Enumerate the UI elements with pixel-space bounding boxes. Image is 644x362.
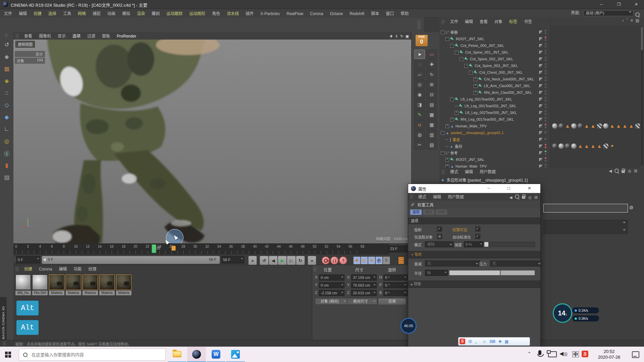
polygon-select-icon[interactable]: ▱: [414, 70, 425, 79]
selected-only-checkbox[interactable]: [437, 234, 442, 239]
visibility-dot-top[interactable]: [545, 37, 546, 38]
material-name[interactable]: Materia: [66, 291, 81, 295]
taskbar-clock[interactable]: 20:52 2020-07-26: [592, 349, 627, 360]
visibility-dot-bottom[interactable]: [545, 73, 546, 74]
tree-expander[interactable]: −: [441, 151, 444, 155]
layer-square[interactable]: [539, 44, 543, 48]
visibility-dot-top[interactable]: [545, 117, 546, 119]
viewport-canvas[interactable]: 透视视图 总计 对象 193 网格间距 : 1000 cm: [13, 40, 411, 243]
start-button[interactable]: [0, 347, 16, 362]
menu-item-RealFlow[interactable]: RealFlow: [283, 10, 307, 18]
materials-grip[interactable]: [15, 267, 19, 272]
tree-item-label[interactable]: Lft_Leg_002Tear000_JNT_SKL: [465, 111, 517, 115]
polygons-mode-icon[interactable]: ◆: [1, 111, 12, 123]
material-tag-icon[interactable]: [558, 143, 564, 149]
goto-end-button[interactable]: »: [308, 256, 316, 265]
menu-item-创建[interactable]: 创建: [30, 10, 45, 18]
soft-selection-icon[interactable]: ◎: [414, 80, 425, 89]
magnet-tool-icon[interactable]: ∪: [414, 120, 425, 129]
tree-item-label[interactable]: Rht_Leg_001Tear000_JNT_SKL: [461, 117, 514, 121]
visibility-dot-top[interactable]: [545, 157, 546, 159]
toolbar-grip[interactable]: [417, 20, 421, 29]
visibility-dot-bottom[interactable]: [545, 39, 546, 41]
tree-row[interactable]: −Cnt_Spine_002_JNT_SKL: [441, 56, 513, 62]
range-left-arrow-icon[interactable]: [43, 258, 46, 261]
tree-row[interactable]: +Cnt_Neck_Joint000_JNT_SKL: [441, 76, 534, 82]
material-swatch[interactable]: [49, 275, 64, 290]
menu-item-窗口[interactable]: 窗口: [382, 10, 397, 18]
lock-icon[interactable]: [622, 169, 625, 174]
menu-item-创建[interactable]: 创建: [21, 265, 36, 273]
quantize-icon[interactable]: ⊟: [426, 90, 437, 99]
rectangle-select-icon[interactable]: ▭: [426, 50, 437, 59]
tree-expander[interactable]: −: [441, 131, 444, 135]
visibility-dot-top[interactable]: [545, 150, 546, 152]
menu-item-脚本[interactable]: 脚本: [368, 10, 382, 18]
stamp-tool-icon[interactable]: ◍: [414, 130, 425, 139]
orbit-view-icon[interactable]: ↻: [399, 33, 405, 40]
material-tag-icon[interactable]: [552, 143, 557, 149]
falloff-dropdown[interactable]: 无: [425, 260, 480, 266]
visibility-dot-top[interactable]: [545, 30, 546, 32]
position-mode-dropdown[interactable]: 对象 (相对): [315, 298, 348, 305]
menu-item-编辑[interactable]: 编辑: [15, 10, 30, 18]
minimize-button[interactable]: ─: [487, 186, 490, 190]
tree-item-label[interactable]: Rht_Arm_Clav000_JNT_SKL: [484, 90, 532, 95]
menu-item-摄像机[interactable]: 摄像机: [36, 33, 54, 40]
tree-expander[interactable]: +: [445, 124, 449, 128]
axis-mode-icon[interactable]: ∟: [1, 123, 12, 135]
maximize-button[interactable]: ❐: [611, 0, 627, 9]
scale-record-toggle[interactable]: ◱: [361, 256, 368, 264]
menu-item-文件[interactable]: 文件: [1, 10, 15, 18]
texture-tag-icon[interactable]: [635, 123, 640, 129]
cast-checkbox[interactable]: [437, 227, 442, 232]
material-tag-icon[interactable]: [565, 143, 570, 149]
selection-tag-icon[interactable]: ▲: [622, 123, 628, 129]
tree-expander[interactable]: +: [474, 84, 477, 88]
play-button[interactable]: ▶: [278, 256, 287, 265]
make-editable-icon[interactable]: ↺: [1, 39, 12, 50]
selection-tag-icon[interactable]: ▲: [590, 143, 596, 149]
attribute-collapsed-row[interactable]: [543, 227, 628, 234]
material-name[interactable]: Fbx Def: [32, 291, 48, 295]
model-mode-icon[interactable]: ◆: [1, 51, 12, 62]
tag-star-icon[interactable]: ✦: [609, 143, 615, 149]
sogou-tool-icon[interactable]: ☺: [482, 339, 486, 344]
speed-overlay[interactable]: 14 x: [553, 303, 572, 323]
tray-chevron-icon[interactable]: ⌃: [527, 351, 531, 356]
move-axis-icon[interactable]: ✚: [426, 60, 437, 69]
pan-view-icon[interactable]: ✚: [388, 33, 394, 40]
history-back-icon[interactable]: ◀: [609, 169, 612, 173]
material-tag-icon[interactable]: [578, 123, 583, 129]
tree-expander[interactable]: +: [450, 118, 454, 121]
autokey-button[interactable]: ( ): [330, 256, 338, 264]
material-swatch[interactable]: [99, 275, 115, 290]
solo-mode-icon[interactable]: ◎: [1, 135, 12, 147]
menu-item-选择[interactable]: 选择: [45, 10, 60, 18]
menu-item-帮助[interactable]: 帮助: [397, 10, 412, 18]
tray-volume-icon[interactable]: ◀))): [559, 351, 568, 357]
layer-square[interactable]: [539, 84, 543, 88]
visibility-dot-bottom[interactable]: [545, 146, 546, 148]
visibility-dot-top[interactable]: [545, 164, 546, 166]
size-field[interactable]: 79.563 cm: [351, 282, 377, 288]
sogou-tool-icon[interactable]: 中: [468, 339, 472, 344]
tree-row[interactable]: −ROOT_JNT_SKL: [441, 36, 484, 42]
tree-item-label[interactable]: Cnt_Spine_002_JNT_SKL: [470, 57, 513, 61]
sogou-tool-icon[interactable]: ✚: [498, 339, 502, 344]
layer-square[interactable]: [539, 131, 543, 135]
tree-row[interactable]: −Lft_Leg_001Tear000_JNT_SKL: [441, 96, 512, 103]
menu-item-查看[interactable]: 查看: [21, 33, 36, 40]
menu-item-文件[interactable]: 文件: [447, 18, 462, 26]
tree-item-label[interactable]: Cnt_Spine_003_JNT_SKL: [475, 64, 518, 68]
tree-row[interactable]: +Lft_Leg_002Tear000_JNT_SKL: [441, 109, 517, 116]
enabled-check-icon[interactable]: ✓: [544, 130, 547, 134]
visibility-dot-top[interactable]: [545, 97, 546, 99]
visibility-dot-top[interactable]: [545, 90, 546, 92]
tree-expander[interactable]: −: [445, 37, 449, 41]
brush-section-bar[interactable]: ▼ 笔刷: [408, 251, 540, 258]
tab-显示[interactable]: 显示: [423, 209, 434, 215]
sogou-tool-icon[interactable]: 。: [475, 339, 479, 344]
numpad-icon[interactable]: ▦: [426, 120, 437, 129]
menu-item-动画[interactable]: 动画: [104, 10, 119, 18]
